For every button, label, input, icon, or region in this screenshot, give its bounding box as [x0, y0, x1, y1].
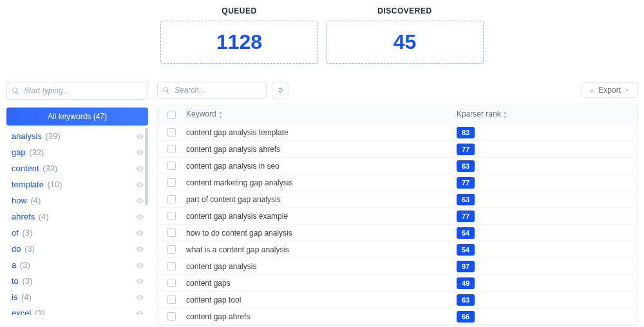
- sidebar-keyword-count: (4): [39, 212, 49, 221]
- eye-icon[interactable]: [135, 277, 144, 286]
- eye-icon[interactable]: [135, 309, 144, 315]
- row-checkbox[interactable]: [167, 145, 176, 153]
- sidebar-keyword-item[interactable]: to (3): [6, 273, 148, 289]
- table-row: content gap analysis template83: [158, 124, 637, 141]
- row-checkbox[interactable]: [167, 162, 176, 170]
- row-keyword: what is a content gap analysis: [185, 245, 457, 254]
- sidebar-keyword-item[interactable]: how (4): [6, 192, 148, 209]
- row-keyword: content gap analysis example: [185, 212, 457, 221]
- sidebar-keyword-count: (4): [30, 196, 41, 205]
- sidebar-keyword-name: excel: [12, 308, 31, 315]
- rank-badge: 63: [457, 194, 475, 205]
- sidebar-keyword-item[interactable]: excel (3): [6, 305, 148, 315]
- sidebar-keyword-item[interactable]: analysis (39): [6, 128, 148, 144]
- sidebar-keyword-item[interactable]: a (3): [6, 257, 148, 273]
- rank-badge: 77: [457, 177, 475, 189]
- sidebar-scrollbar[interactable]: [145, 128, 148, 205]
- rank-badge: 66: [457, 311, 475, 322]
- table-row: how to do content gap analysis54: [158, 225, 637, 241]
- row-checkbox[interactable]: [167, 279, 176, 287]
- rank-badge: 97: [457, 261, 475, 272]
- sort-icon: ▴▾: [219, 109, 222, 120]
- sidebar-keyword-name: do: [12, 244, 21, 254]
- sidebar-keyword-name: how: [12, 196, 27, 205]
- table-row: content gaps49: [158, 275, 637, 292]
- eye-icon[interactable]: [135, 212, 144, 221]
- sidebar-keyword-name: analysis: [12, 131, 42, 141]
- sidebar-keyword-item[interactable]: template (10): [6, 176, 148, 192]
- keyword-filter-list: analysis (39)gap (32)content (33)templat…: [6, 128, 148, 315]
- sidebar: All keywords (47) analysis (39)gap (32)c…: [6, 82, 148, 326]
- column-header-keyword[interactable]: Keyword▴▾: [185, 109, 457, 120]
- row-checkbox[interactable]: [167, 262, 176, 270]
- row-keyword: part of content gap analysis: [185, 195, 457, 204]
- table-row: content gap analysis in seo63: [158, 158, 637, 174]
- eye-icon[interactable]: [135, 293, 144, 302]
- sidebar-keyword-name: a: [12, 260, 16, 270]
- eye-icon[interactable]: [135, 148, 144, 157]
- row-keyword: content gap analysis ahrefs: [185, 145, 457, 154]
- search-icon: [12, 87, 19, 95]
- row-checkbox[interactable]: [167, 229, 176, 237]
- sidebar-keyword-item[interactable]: is (4): [6, 289, 148, 305]
- rank-badge: 49: [457, 277, 475, 289]
- all-keywords-button[interactable]: All keywords (47): [6, 107, 148, 126]
- eye-icon[interactable]: [135, 180, 144, 189]
- sidebar-search-wrap: [6, 82, 148, 100]
- search-icon: [162, 86, 170, 94]
- sidebar-keyword-name: of: [12, 228, 19, 238]
- row-checkbox[interactable]: [167, 128, 176, 136]
- eye-icon[interactable]: [135, 196, 144, 205]
- rank-badge: 77: [457, 210, 475, 222]
- row-checkbox[interactable]: [167, 312, 176, 321]
- sidebar-keyword-name: to: [12, 276, 19, 286]
- chevron-down-icon: [624, 87, 630, 93]
- sidebar-keyword-count: (32): [29, 147, 44, 157]
- table-row: content gap analysis example77: [158, 208, 637, 225]
- sidebar-keyword-name: ahrefs: [12, 212, 35, 221]
- stat-queued-value: 1128: [160, 21, 318, 64]
- row-checkbox[interactable]: [167, 295, 176, 304]
- row-keyword: how to do content gap analysis: [185, 229, 457, 238]
- export-button[interactable]: Export: [582, 82, 638, 98]
- sidebar-keyword-name: is: [12, 292, 17, 302]
- table-search-input[interactable]: [157, 82, 267, 98]
- sidebar-keyword-item[interactable]: do (3): [6, 241, 148, 257]
- eye-icon[interactable]: [135, 164, 144, 173]
- stat-discovered: DISCOVERED 45: [326, 6, 484, 64]
- row-checkbox[interactable]: [167, 178, 176, 187]
- table-row: content gap tool63: [158, 292, 637, 308]
- content-area: Export Keyword▴▾ Kparser rank▴▾ content …: [157, 82, 638, 326]
- eye-icon[interactable]: [135, 245, 144, 254]
- sidebar-keyword-item[interactable]: ahrefs (4): [6, 209, 148, 225]
- row-keyword: content gap analysis template: [185, 128, 457, 137]
- sidebar-keyword-count: (33): [43, 164, 57, 173]
- eye-icon[interactable]: [135, 261, 144, 270]
- refresh-button[interactable]: [272, 82, 289, 98]
- row-keyword: content gap analysis: [185, 262, 457, 271]
- sidebar-keyword-count: (3): [35, 308, 45, 315]
- sidebar-keyword-count: (3): [22, 276, 32, 286]
- row-checkbox[interactable]: [167, 245, 176, 254]
- sidebar-search-input[interactable]: [6, 82, 148, 100]
- export-label: Export: [598, 86, 621, 95]
- table-body: content gap analysis template83content g…: [158, 124, 637, 325]
- refresh-icon: [277, 87, 284, 94]
- sidebar-keyword-item[interactable]: of (3): [6, 225, 148, 241]
- eye-icon[interactable]: [135, 132, 144, 141]
- sidebar-keyword-name: gap: [12, 147, 26, 157]
- eye-icon[interactable]: [135, 229, 144, 238]
- row-checkbox[interactable]: [167, 212, 176, 220]
- rank-badge: 63: [457, 294, 475, 306]
- column-header-rank[interactable]: Kparser rank▴▾: [457, 109, 637, 120]
- table-row: part of content gap analysis63: [158, 191, 637, 208]
- sidebar-keyword-item[interactable]: gap (32): [6, 144, 148, 160]
- row-keyword: content gap tool: [185, 295, 457, 304]
- sidebar-keyword-item[interactable]: content (33): [6, 160, 148, 176]
- stat-discovered-value: 45: [326, 21, 484, 64]
- row-keyword: content gap analysis in seo: [185, 162, 457, 171]
- sidebar-keyword-count: (3): [24, 244, 35, 254]
- row-checkbox[interactable]: [167, 195, 176, 203]
- select-all-checkbox[interactable]: [167, 111, 176, 119]
- stat-discovered-label: DISCOVERED: [326, 6, 484, 15]
